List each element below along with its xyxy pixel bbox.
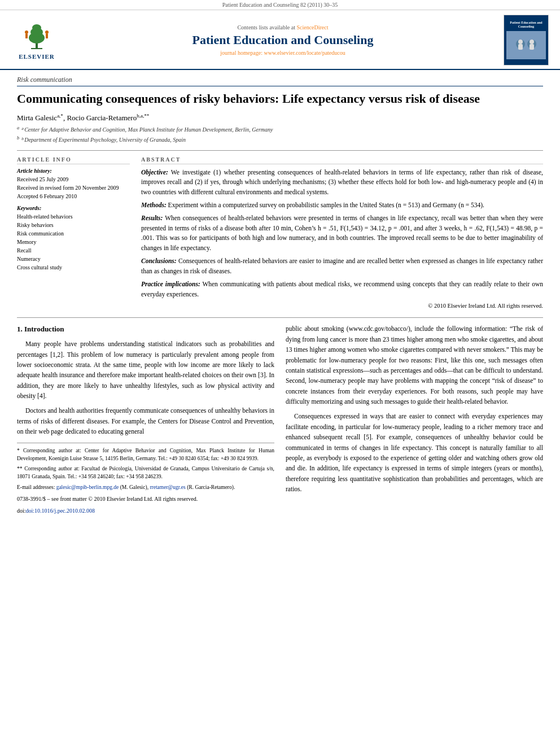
doi-line: doi:doi:10.1016/j.pec.2010.02.008 — [17, 506, 274, 515]
journal-cover-image: Patient Education and Counseling — [504, 15, 549, 65]
journal-title-header: Patient Education and Counseling — [68, 33, 498, 47]
practice-text: When communicating with patients about m… — [141, 281, 543, 298]
sciencedirect-prefix: Contents lists available at — [237, 24, 295, 30]
keywords-label: Keywords: — [17, 205, 130, 211]
svg-rect-1 — [31, 48, 42, 49]
article-info-column: ARTICLE INFO Article history: Received 2… — [17, 156, 130, 309]
abstract-practice: Practice implications: When communicatin… — [141, 279, 543, 300]
results-label: Results: — [141, 215, 163, 221]
history-received: Received 25 July 2009 — [17, 175, 130, 184]
intro-para-2: Doctors and health authorities frequentl… — [17, 405, 274, 436]
abstract-column: ABSTRACT Objective: We investigate (1) w… — [141, 156, 543, 309]
abstract-objective: Objective: We investigate (1) whether pr… — [141, 168, 543, 198]
svg-rect-13 — [518, 44, 523, 50]
footnote-emails: E-mail addresses: galesic@mpib-berlin.mp… — [17, 483, 274, 491]
svg-rect-6 — [25, 34, 28, 38]
doi-link[interactable]: doi:10.1016/j.pec.2010.02.008 — [26, 508, 95, 514]
intro-col2-para-1: public about smoking (www.cdc.gov/tobacc… — [286, 324, 543, 407]
svg-rect-8 — [46, 34, 48, 38]
history-accepted: Accepted 6 February 2010 — [17, 192, 130, 200]
divider-2 — [17, 317, 543, 318]
divider-1 — [17, 150, 543, 151]
article-content: Risk communication Communicating consequ… — [0, 70, 560, 528]
keywords-group: Keywords: Health-related behaviors Risky… — [17, 205, 130, 272]
objective-label: Objective: — [141, 169, 168, 176]
email-1-link[interactable]: galesic@mpib-berlin.mpg.de — [56, 484, 119, 490]
affil-sup-b: b — [17, 136, 19, 141]
results-text: When consequences of health-related beha… — [141, 215, 543, 251]
footnote-2: ** Corresponding author at: Facultad de … — [17, 465, 274, 481]
email-1-note: (M. Galesic), — [120, 484, 148, 490]
svg-rect-15 — [530, 44, 534, 50]
abstract-results: Results: When consequences of health-rel… — [141, 213, 543, 254]
svg-point-4 — [32, 24, 41, 31]
authors-line: Mirta Galesica,*, Rocio Garcia-Retamerob… — [17, 113, 543, 123]
homepage-link[interactable]: journal homepage: www.elsevier.com/locat… — [220, 50, 345, 56]
body-right-column: public about smoking (www.cdc.gov/tobacc… — [286, 324, 543, 517]
article-info-title: ARTICLE INFO — [17, 156, 130, 164]
copyright-line: © 2010 Elsevier Ireland Ltd. All rights … — [141, 303, 543, 309]
cover-title: Patient Education and Counseling — [506, 21, 546, 29]
kw-2: Risky behaviors — [17, 221, 130, 229]
svg-rect-9 — [509, 34, 543, 56]
conclusions-label: Conclusions: — [141, 257, 177, 264]
affiliation-b: b ᵇ Department of Experimental Psycholog… — [17, 135, 543, 144]
abstract-methods: Methods: Experiment within a computerize… — [141, 200, 543, 211]
email-label: E-mail addresses: — [17, 484, 55, 490]
methods-label: Methods: — [141, 202, 167, 208]
author-sup-a: a,* — [57, 113, 63, 119]
abstract-conclusions: Conclusions: Consequences of health-rela… — [141, 256, 543, 277]
footnotes-section: * Corresponding author at: Center for Ad… — [17, 443, 274, 515]
abstract-title: ABSTRACT — [141, 156, 543, 164]
kw-5: Recall — [17, 246, 130, 255]
sciencedirect-line: Contents lists available at ScienceDirec… — [68, 24, 498, 30]
email-2-link[interactable]: rretamer@ugr.es — [150, 484, 185, 490]
article-title: Communicating consequences of risky beha… — [17, 91, 543, 107]
kw-6: Numeracy — [17, 255, 130, 263]
practice-label: Practice implications: — [141, 281, 200, 287]
kw-4: Memory — [17, 238, 130, 246]
author-sup-b: b,a,** — [137, 113, 149, 119]
citation-bar: Patient Education and Counseling 82 (201… — [0, 0, 560, 10]
elsevier-logo: ELSEVIER — [11, 21, 62, 60]
history-group: Article history: Received 25 July 2009 R… — [17, 168, 130, 200]
history-label: Article history: — [17, 168, 130, 174]
intro-col2-para-2: Consequences expressed in ways that are … — [286, 411, 543, 494]
svg-point-12 — [518, 40, 523, 44]
intro-section-title: 1. Introduction — [17, 324, 274, 335]
conclusions-text: Consequences of health-related behaviors… — [141, 257, 543, 274]
info-abstract-section: ARTICLE INFO Article history: Received 2… — [17, 156, 543, 309]
svg-point-14 — [530, 40, 534, 44]
journal-homepage: journal homepage: www.elsevier.com/locat… — [68, 50, 498, 56]
journal-center: Contents lists available at ScienceDirec… — [62, 24, 504, 56]
section-tag: Risk communication — [17, 76, 543, 86]
affiliation-a: a ᵃ Center for Adaptive Behavior and Cog… — [17, 125, 543, 134]
journal-header: ELSEVIER Contents lists available at Sci… — [0, 10, 560, 70]
history-revised: Received in revised form 20 November 200… — [17, 184, 130, 192]
body-left-column: 1. Introduction Many people have problem… — [17, 324, 274, 517]
intro-para-1: Many people have problems understanding … — [17, 339, 274, 401]
svg-point-5 — [25, 30, 28, 34]
footnote-1: * Corresponding author at: Center for Ad… — [17, 447, 274, 463]
objective-text: We investigate (1) whether presenting co… — [141, 169, 543, 196]
elsevier-brand-text: ELSEVIER — [19, 53, 55, 60]
kw-3: Risk communication — [17, 229, 130, 238]
issn-line: 0738-3991/$ – see front matter © 2010 El… — [17, 495, 274, 503]
kw-7: Cross cultural study — [17, 263, 130, 272]
methods-text: Experiment within a computerized survey … — [168, 202, 484, 208]
main-body: 1. Introduction Many people have problem… — [17, 324, 543, 517]
kw-1: Health-related behaviors — [17, 212, 130, 221]
email-2-note: (R. Garcia-Retamero). — [187, 484, 235, 490]
cover-photo — [506, 31, 546, 59]
page: Patient Education and Counseling 82 (201… — [0, 0, 560, 747]
svg-point-7 — [45, 30, 49, 34]
citation-text: Patient Education and Counseling 82 (201… — [222, 2, 338, 8]
sciencedirect-link[interactable]: ScienceDirect — [296, 24, 328, 30]
elsevier-tree-icon — [20, 21, 54, 52]
affil-sup-a: a — [17, 125, 19, 130]
cover-photo-svg — [509, 34, 543, 56]
